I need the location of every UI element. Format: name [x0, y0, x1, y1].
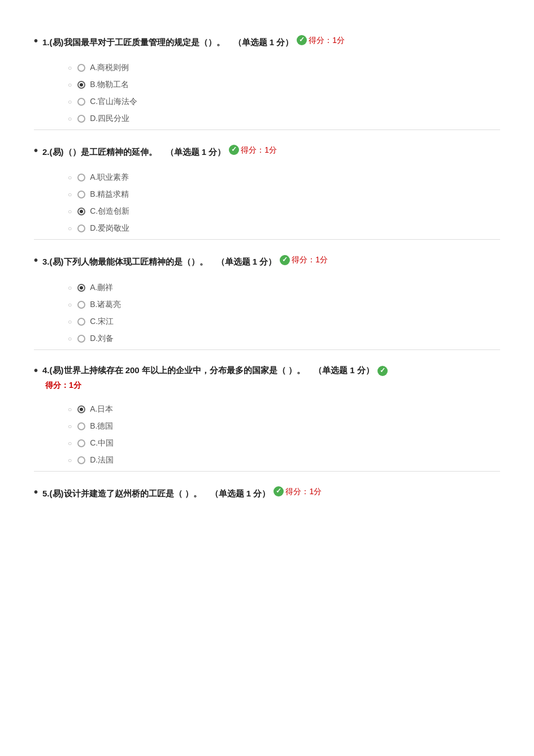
option-label-q2d: D.爱岗敬业: [90, 223, 129, 234]
score-badge-2: 得分：1分: [229, 144, 277, 156]
radio-q2b[interactable]: [77, 191, 85, 198]
option-label-q1a: A.商税则例: [90, 63, 129, 73]
radio-q2c[interactable]: [77, 208, 85, 215]
option-label-q4d: D.法国: [90, 455, 114, 465]
question-divider-1: [34, 129, 500, 130]
radio-q3a[interactable]: [77, 284, 85, 292]
option-label-q4c: C.中国: [90, 438, 114, 448]
question-item-5: 5.(易)设计并建造了赵州桥的工匠是（ ）。 （单选题 1 分）得分：1分: [34, 474, 500, 506]
option-label-q4a: A.日本: [90, 404, 113, 414]
option-q2d[interactable]: D.爱岗敬业: [68, 220, 500, 237]
options-list-1: A.商税则例B.物勒工名C.官山海法令D.四民分业: [34, 59, 500, 127]
option-label-q1c: C.官山海法令: [90, 97, 137, 107]
score-text-5: 得分：1分: [285, 485, 322, 498]
option-q1a[interactable]: A.商税则例: [68, 59, 500, 76]
radio-q4a[interactable]: [77, 405, 85, 413]
check-icon-2: [229, 145, 239, 155]
question-item-2: 2.(易)（）是工匠精神的延伸。 （单选题 1 分）得分：1分A.职业素养B.精…: [34, 132, 500, 240]
option-q4c[interactable]: C.中国: [68, 435, 500, 452]
radio-q2d[interactable]: [77, 224, 85, 232]
option-q3b[interactable]: B.诸葛亮: [68, 296, 500, 313]
options-list-3: A.蒯祥B.诸葛亮C.宋江D.刘备: [34, 279, 500, 347]
question-divider-2: [34, 239, 500, 240]
option-q4a[interactable]: A.日本: [68, 401, 500, 418]
option-label-q2b: B.精益求精: [90, 189, 129, 200]
question-divider-4: [34, 471, 500, 472]
check-icon-4: [377, 366, 388, 376]
check-icon-5: [273, 486, 284, 496]
option-label-q4b: B.德国: [90, 421, 113, 431]
question-item-1: 1.(易)我国最早对于工匠质量管理的规定是（）。 （单选题 1 分）得分：1分A…: [34, 23, 500, 130]
radio-q1c[interactable]: [77, 98, 85, 106]
option-q1b[interactable]: B.物勒工名: [68, 76, 500, 93]
option-label-q3b: B.诸葛亮: [90, 300, 121, 310]
option-q2b[interactable]: B.精益求精: [68, 186, 500, 203]
option-label-q2a: A.职业素养: [90, 172, 129, 183]
score-line-4: 得分：1分: [43, 381, 500, 391]
question-list: 1.(易)我国最早对于工匠质量管理的规定是（）。 （单选题 1 分）得分：1分A…: [34, 23, 500, 506]
radio-q4b[interactable]: [77, 422, 85, 430]
option-label-q1d: D.四民分业: [90, 114, 129, 124]
radio-q1d[interactable]: [77, 115, 85, 123]
options-list-4: A.日本B.德国C.中国D.法国: [34, 401, 500, 469]
radio-q3c[interactable]: [77, 318, 85, 326]
score-text-1: 得分：1分: [309, 34, 345, 46]
option-label-q2c: C.创造创新: [90, 206, 129, 217]
option-label-q1b: B.物勒工名: [90, 80, 129, 90]
question-text-2: 2.(易)（）是工匠精神的延伸。 （单选题 1 分）得分：1分: [42, 144, 500, 159]
options-list-2: A.职业素养B.精益求精C.创造创新D.爱岗敬业: [34, 169, 500, 237]
question-header-1: 1.(易)我国最早对于工匠质量管理的规定是（）。 （单选题 1 分）得分：1分: [34, 23, 500, 55]
option-label-q3c: C.宋江: [90, 317, 114, 327]
score-badge-3: 得分：1分: [280, 253, 328, 266]
check-icon-1: [297, 35, 307, 45]
question-item-4: 4.(易)世界上持续存在 200 年以上的企业中，分布最多的国家是（ ）。 （单…: [34, 352, 500, 472]
option-q1c[interactable]: C.官山海法令: [68, 93, 500, 110]
option-q3c[interactable]: C.宋江: [68, 313, 500, 330]
question-header-5: 5.(易)设计并建造了赵州桥的工匠是（ ）。 （单选题 1 分）得分：1分: [34, 474, 500, 506]
question-text-3: 3.(易)下列人物最能体现工匠精神的是（）。 （单选题 1 分）得分：1分: [42, 253, 500, 269]
question-text-5: 5.(易)设计并建造了赵州桥的工匠是（ ）。 （单选题 1 分）得分：1分: [42, 485, 500, 500]
option-q2c[interactable]: C.创造创新: [68, 203, 500, 220]
question-header-4: 4.(易)世界上持续存在 200 年以上的企业中，分布最多的国家是（ ）。 （单…: [34, 352, 500, 396]
option-q4d[interactable]: D.法国: [68, 452, 500, 469]
radio-q2a[interactable]: [77, 174, 85, 182]
radio-q4c[interactable]: [77, 439, 85, 447]
score-text-3: 得分：1分: [292, 253, 328, 266]
option-q2a[interactable]: A.职业素养: [68, 169, 500, 186]
score-badge-5: 得分：1分: [273, 485, 322, 498]
option-label-q3a: A.蒯祥: [90, 283, 113, 293]
score-text-2: 得分：1分: [241, 144, 277, 156]
question-header-3: 3.(易)下列人物最能体现工匠精神的是（）。 （单选题 1 分）得分：1分: [34, 242, 500, 274]
radio-q4d[interactable]: [77, 456, 85, 464]
question-header-2: 2.(易)（）是工匠精神的延伸。 （单选题 1 分）得分：1分: [34, 132, 500, 165]
radio-q1b[interactable]: [77, 81, 85, 89]
question-divider-3: [34, 349, 500, 350]
question-text-4: 4.(易)世界上持续存在 200 年以上的企业中，分布最多的国家是（ ）。 （单…: [42, 364, 500, 377]
check-icon-3: [280, 255, 290, 265]
option-q1d[interactable]: D.四民分业: [68, 110, 500, 127]
option-q4b[interactable]: B.德国: [68, 418, 500, 435]
radio-q3d[interactable]: [77, 335, 85, 343]
option-q3d[interactable]: D.刘备: [68, 330, 500, 347]
option-q3a[interactable]: A.蒯祥: [68, 279, 500, 296]
question-text-1: 1.(易)我国最早对于工匠质量管理的规定是（）。 （单选题 1 分）得分：1分: [42, 34, 500, 49]
question-item-3: 3.(易)下列人物最能体现工匠精神的是（）。 （单选题 1 分）得分：1分A.蒯…: [34, 242, 500, 349]
radio-q1a[interactable]: [77, 64, 85, 72]
option-label-q3d: D.刘备: [90, 334, 114, 344]
radio-q3b[interactable]: [77, 301, 85, 309]
score-badge-1: 得分：1分: [297, 34, 345, 46]
